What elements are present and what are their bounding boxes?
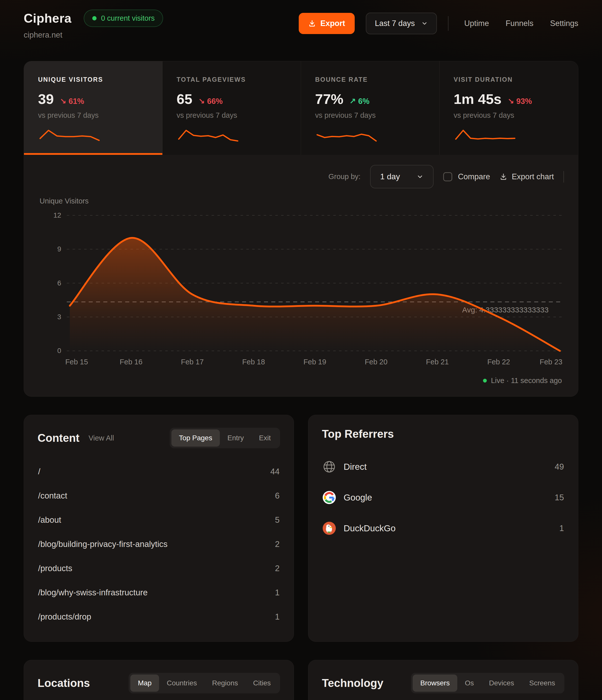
stat-sparkline xyxy=(38,127,101,144)
svg-text:12: 12 xyxy=(53,211,61,219)
page-count: 2 xyxy=(275,540,280,549)
view-all-link[interactable]: View All xyxy=(89,434,114,442)
content-row[interactable]: /blog/building-privacy-first-analytics 2 xyxy=(37,532,280,556)
content-row[interactable]: /contact 6 xyxy=(37,484,280,508)
row-name: DuckDuckGo xyxy=(344,523,396,533)
stat-compare-label: vs previous 7 days xyxy=(315,111,425,120)
page-path: /blog/building-privacy-first-analytics xyxy=(38,540,168,549)
live-status: Live · 11 seconds ago xyxy=(36,376,566,385)
header-left: Ciphera 0 current visitors ciphera.net xyxy=(24,9,163,40)
svg-text:Feb 17: Feb 17 xyxy=(181,358,204,366)
stat-value: 77% xyxy=(315,91,343,107)
content-tab-entry[interactable]: Entry xyxy=(220,429,251,447)
technology-tab-devices[interactable]: Devices xyxy=(481,675,522,692)
content-row[interactable]: /products/drop 1 xyxy=(37,605,280,629)
nav-link-funnels[interactable]: Funnels xyxy=(506,19,533,28)
technology-tabs: BrowsersOsDevicesScreens xyxy=(411,673,565,694)
stat-sparkline xyxy=(177,127,240,144)
header-divider xyxy=(448,16,449,31)
locations-tab-map[interactable]: Map xyxy=(130,675,159,692)
nav-link-settings[interactable]: Settings xyxy=(550,19,578,28)
current-visitors-badge: 0 current visitors xyxy=(84,9,164,27)
svg-text:Feb 19: Feb 19 xyxy=(303,358,326,366)
page-count: 2 xyxy=(275,564,280,573)
brand-title: Ciphera xyxy=(24,11,72,26)
stat-delta: ↗ 6% xyxy=(349,97,369,106)
top-nav: UptimeFunnelsSettings xyxy=(464,19,578,28)
stat-sparkline xyxy=(454,127,517,144)
svg-text:Feb 16: Feb 16 xyxy=(120,358,143,366)
group-by-label: Group by: xyxy=(328,173,360,181)
stat-value: 39 xyxy=(38,91,54,107)
stat-label: TOTAL PAGEVIEWS xyxy=(177,76,287,83)
page-path: /products/drop xyxy=(38,612,91,622)
chart-y-axis-title: Unique Visitors xyxy=(40,197,566,205)
group-by-dropdown[interactable]: 1 day xyxy=(370,165,434,189)
export-button[interactable]: Export xyxy=(299,13,355,34)
visitors-area-chart[interactable]: 036912Avg: 4.333333333333333Feb 15Feb 16… xyxy=(36,207,566,368)
row-count: 49 xyxy=(555,462,564,472)
chart-section: Group by: 1 day Compare Export chart xyxy=(24,155,578,396)
stat-sparkline xyxy=(315,127,378,144)
page-path: /products xyxy=(38,564,72,573)
stat-card-unique-visitors[interactable]: UNIQUE VISITORS 39 ↘ 61% vs previous 7 d… xyxy=(24,61,162,155)
compare-toggle[interactable]: Compare xyxy=(443,172,490,181)
dashboard-page: Ciphera 0 current visitors ciphera.net E… xyxy=(0,0,602,700)
stat-delta: ↘ 93% xyxy=(507,97,532,106)
content-rows: / 44/contact 6/about 5/blog/building-pri… xyxy=(37,459,280,629)
page-count: 5 xyxy=(275,515,280,525)
stat-compare-label: vs previous 7 days xyxy=(177,111,287,120)
page-count: 1 xyxy=(275,588,280,597)
page-count: 6 xyxy=(275,491,280,501)
row-name: Direct xyxy=(344,462,367,472)
technology-panel: Technology BrowsersOsDevicesScreens Chro… xyxy=(308,660,578,700)
locations-tab-regions[interactable]: Regions xyxy=(204,675,246,692)
stat-value: 65 xyxy=(177,91,192,107)
stat-value: 1m 45s xyxy=(454,91,502,107)
referrer-row[interactable]: DuckDuckGo 1 xyxy=(322,513,565,544)
content-row[interactable]: /products 2 xyxy=(37,556,280,580)
export-chart-button[interactable]: Export chart xyxy=(500,172,554,181)
visitors-chart[interactable]: 036912Avg: 4.333333333333333Feb 15Feb 16… xyxy=(36,207,566,369)
content-row[interactable]: /about 5 xyxy=(37,508,280,532)
svg-text:Feb 18: Feb 18 xyxy=(242,358,265,366)
svg-text:Feb 23: Feb 23 xyxy=(540,358,562,366)
stat-label: UNIQUE VISITORS xyxy=(38,76,148,83)
site-domain: ciphera.net xyxy=(24,30,163,40)
locations-tab-cities[interactable]: Cities xyxy=(246,675,278,692)
overview-card: UNIQUE VISITORS 39 ↘ 61% vs previous 7 d… xyxy=(24,61,578,397)
referrer-row[interactable]: Direct 49 xyxy=(322,451,565,482)
page-path: /about xyxy=(38,515,61,525)
date-range-dropdown[interactable]: Last 7 days xyxy=(366,12,437,34)
stat-card-visit-duration[interactable]: VISIT DURATION 1m 45s ↘ 93% vs previous … xyxy=(440,61,578,155)
technology-tab-screens[interactable]: Screens xyxy=(522,675,563,692)
content-tabs: Top PagesEntryExit xyxy=(170,428,280,448)
svg-text:Feb 20: Feb 20 xyxy=(365,358,387,366)
referrers-title: Top Referrers xyxy=(322,428,394,440)
row-count: 15 xyxy=(555,493,564,502)
locations-tab-countries[interactable]: Countries xyxy=(159,675,204,692)
technology-tab-os[interactable]: Os xyxy=(457,675,481,692)
compare-checkbox[interactable] xyxy=(443,172,452,181)
content-row[interactable]: /blog/why-swiss-infrastructure 1 xyxy=(37,580,280,605)
content-row[interactable]: / 44 xyxy=(37,459,280,484)
download-icon xyxy=(500,173,507,180)
globe-icon xyxy=(322,460,336,474)
locations-tabs: MapCountriesRegionsCities xyxy=(129,673,280,694)
content-tab-top-pages[interactable]: Top Pages xyxy=(171,429,220,447)
duckduckgo-icon xyxy=(322,522,336,535)
locations-panel: Locations MapCountriesRegionsCities xyxy=(24,660,294,700)
referrer-rows: Direct 49 Google 15 DuckDuckGo 1 xyxy=(322,451,565,544)
svg-text:3: 3 xyxy=(57,313,61,321)
chevron-down-icon xyxy=(421,20,428,27)
content-tab-exit[interactable]: Exit xyxy=(251,429,278,447)
nav-link-uptime[interactable]: Uptime xyxy=(464,19,489,28)
technology-tab-browsers[interactable]: Browsers xyxy=(413,675,457,692)
stat-card-bounce-rate[interactable]: BOUNCE RATE 77% ↗ 6% vs previous 7 days xyxy=(301,61,440,155)
referrer-row[interactable]: Google 15 xyxy=(322,482,565,513)
svg-text:9: 9 xyxy=(57,245,61,253)
svg-text:Feb 15: Feb 15 xyxy=(65,358,88,366)
current-visitors-label: 0 current visitors xyxy=(101,14,155,22)
stat-card-total-pageviews[interactable]: TOTAL PAGEVIEWS 65 ↘ 66% vs previous 7 d… xyxy=(162,61,301,155)
referrers-panel: Top Referrers Direct 49 Google 15 DuckDu… xyxy=(308,415,578,642)
